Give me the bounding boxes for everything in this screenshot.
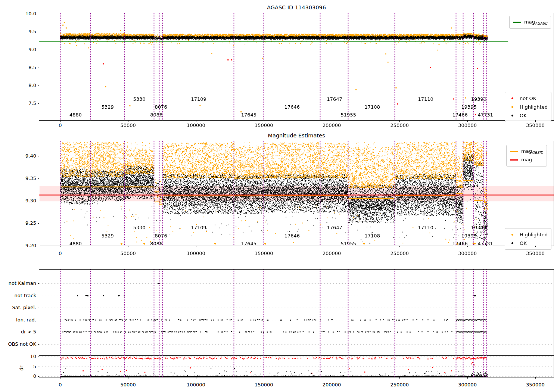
x-tick-mark <box>467 377 468 379</box>
x-tick-label: 250000 <box>383 122 416 128</box>
highlighted-dot-swatch <box>511 106 513 108</box>
y-tick-mark <box>38 246 39 246</box>
obsid-label-17110: 17110 <box>418 96 433 102</box>
obsid-label-17646: 17646 <box>284 104 300 110</box>
flag-row-label: dr > 5 <box>0 329 36 335</box>
x-tick-mark <box>196 246 196 247</box>
x-tick-label: 0 <box>43 251 77 256</box>
x-tick-label: 300000 <box>451 382 484 388</box>
x-tick-mark <box>399 377 400 379</box>
legend-row: not OK <box>508 94 548 103</box>
dr-tick-label: 5 <box>10 364 36 370</box>
flag-row-label: not track <box>0 293 36 299</box>
y-tick-label: 10.0 <box>10 11 36 17</box>
highlighted-dot-swatch <box>511 234 513 236</box>
x-tick-label: 150000 <box>247 251 281 256</box>
x-tick-label: 150000 <box>247 122 281 128</box>
y-tick-label: 8.5 <box>10 65 36 71</box>
x-tick-label: 50000 <box>111 122 145 128</box>
mag-obsid-line-swatch <box>510 151 518 152</box>
obsid-label-17646: 17646 <box>284 233 300 239</box>
legend-middle-points: Highlighted OK <box>505 228 551 250</box>
obsid-label-5330: 5330 <box>133 96 146 102</box>
x-tick-label: 200000 <box>315 382 349 388</box>
obsid-label-47731: 47731 <box>477 112 493 118</box>
legend-label-ok: OK <box>520 113 527 118</box>
not-ok-dot-swatch <box>511 97 513 99</box>
obsid-label-47731: 47731 <box>477 241 493 247</box>
y-tick-label: 9.0 <box>10 47 36 53</box>
obsid-label-5330: 5330 <box>133 225 146 231</box>
obsid-label-51955: 51955 <box>341 112 356 118</box>
x-tick-label: 150000 <box>247 382 281 388</box>
ok-dot-swatch <box>511 115 513 116</box>
x-tick-label: 250000 <box>383 251 416 256</box>
x-tick-label: 0 <box>43 382 77 388</box>
obsid-label-19390: 19390 <box>471 225 486 231</box>
flag-row-label: Ion. rad. <box>0 317 36 323</box>
obsid-label-8076: 8076 <box>155 233 167 239</box>
x-tick-label: 50000 <box>111 382 145 388</box>
obsid-label-17109: 17109 <box>191 96 206 102</box>
y-tick-mark <box>38 32 39 32</box>
obsid-label-19395: 19395 <box>461 104 476 110</box>
y-tick-label: 9.5 <box>10 29 36 35</box>
x-tick-mark <box>264 377 264 379</box>
y-tick-label: 9.30 <box>10 198 36 204</box>
obsid-label-17110: 17110 <box>418 225 433 231</box>
x-tick-mark <box>60 246 60 247</box>
legend-row: Highlighted <box>508 230 548 239</box>
legend-label-ok: OK <box>520 240 527 246</box>
legend-top-points: not OK Highlighted OK <box>505 92 551 122</box>
obsid-label-17109: 17109 <box>191 225 206 231</box>
x-tick-mark <box>264 120 264 122</box>
legend-label-mag: mag <box>521 157 532 163</box>
x-tick-mark <box>196 377 196 379</box>
legend-mag-lines: magOBSID mag <box>506 145 547 167</box>
x-tick-label: 100000 <box>179 382 213 388</box>
x-tick-label: 200000 <box>315 122 349 128</box>
obsid-label-19395: 19395 <box>461 233 476 239</box>
legend-mag-agasc: magAGASC <box>509 16 551 29</box>
y-tick-mark <box>38 332 39 332</box>
x-tick-mark <box>128 120 128 122</box>
flag-row-label: OBS not OK <box>0 341 36 347</box>
x-tick-label: 100000 <box>179 251 213 256</box>
middle-plot-title: Magnitude Estimates <box>268 133 325 139</box>
x-tick-label: 50000 <box>111 251 145 256</box>
y-tick-mark <box>38 344 39 345</box>
legend-label-not-ok: not OK <box>520 96 536 101</box>
obsid-label-17108: 17108 <box>365 233 380 239</box>
x-tick-mark <box>332 120 332 122</box>
x-tick-mark <box>196 120 196 122</box>
x-tick-mark <box>332 246 332 247</box>
obsid-label-17647: 17647 <box>327 225 342 231</box>
y-tick-mark <box>38 320 39 320</box>
y-tick-mark <box>38 178 39 179</box>
legend-label-mag-obsid: magOBSID <box>521 148 543 155</box>
y-tick-label: 9.40 <box>10 153 36 159</box>
legend-row: OK <box>508 111 548 120</box>
y-tick-mark <box>38 103 39 104</box>
obsid-label-8086: 8086 <box>150 112 162 118</box>
y-tick-mark <box>38 357 39 357</box>
y-tick-mark <box>38 68 39 68</box>
y-tick-label: 7.5 <box>10 100 36 106</box>
obsid-label-17645: 17645 <box>241 112 256 118</box>
x-tick-mark <box>535 377 536 379</box>
mag-line-swatch <box>510 159 518 161</box>
top-plot-title: AGASC ID 114303096 <box>267 4 326 10</box>
figure: AGASC ID 114303096 Magnitude Estimates m… <box>0 0 560 392</box>
ok-dot-swatch <box>511 242 513 244</box>
y-tick-mark <box>38 85 39 86</box>
y-tick-label: 9.25 <box>10 220 36 226</box>
legend-label-mag-agasc: magAGASC <box>524 19 547 25</box>
x-tick-mark <box>399 246 400 247</box>
flag-row-label: not Kalman <box>0 280 36 286</box>
flag-row-label: Sat. pixel. <box>0 305 36 311</box>
y-tick-mark <box>38 283 39 284</box>
legend-row: magAGASC <box>513 18 547 27</box>
x-tick-mark <box>128 246 128 247</box>
y-tick-label: 9.35 <box>10 175 36 181</box>
obsid-label-51955: 51955 <box>341 241 356 247</box>
